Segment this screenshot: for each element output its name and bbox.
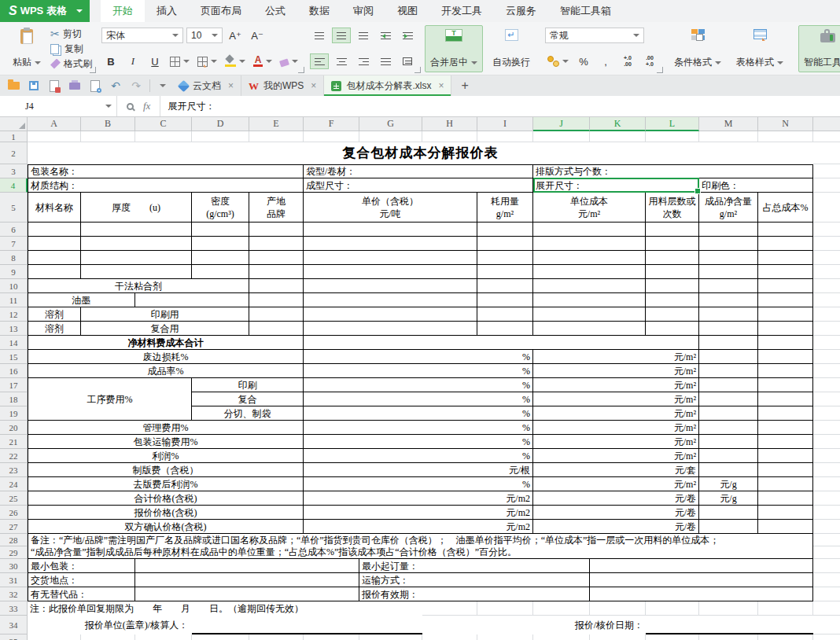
cell[interactable]: 复合包材成本分解报价表 — [28, 142, 813, 164]
cell[interactable] — [813, 477, 840, 491]
cell[interactable]: 干法粘合剂 — [28, 279, 249, 293]
cell[interactable] — [192, 634, 249, 640]
currency-button[interactable] — [545, 53, 571, 69]
cell[interactable] — [646, 322, 699, 336]
cell[interactable] — [590, 634, 646, 640]
align-center-button[interactable] — [332, 53, 351, 69]
column-header-L[interactable]: L — [646, 117, 699, 131]
cell[interactable] — [304, 322, 477, 336]
draw-border-button[interactable] — [195, 53, 219, 69]
cell[interactable]: % — [304, 477, 533, 491]
cell[interactable]: 元/m² — [533, 435, 699, 449]
decrease-font-button[interactable]: A⁻ — [248, 28, 267, 43]
align-left-button[interactable] — [310, 53, 329, 69]
row-header-34[interactable]: 34 — [0, 616, 28, 634]
cell[interactable]: 展开尺寸： — [533, 178, 699, 193]
paste-button[interactable]: 粘贴 — [7, 25, 46, 72]
cell[interactable] — [590, 587, 813, 601]
cell[interactable] — [758, 435, 813, 449]
cell[interactable] — [304, 251, 477, 265]
print-button[interactable] — [68, 79, 82, 93]
cell[interactable] — [699, 265, 758, 279]
cell[interactable] — [533, 223, 646, 237]
cell[interactable] — [28, 406, 192, 421]
cell[interactable] — [699, 520, 758, 534]
cell[interactable]: 密度 (g/cm³) — [192, 193, 249, 223]
cell[interactable] — [758, 322, 813, 336]
cell[interactable] — [813, 546, 840, 559]
cell[interactable] — [646, 279, 699, 293]
cell[interactable] — [646, 616, 813, 634]
cell[interactable] — [533, 601, 590, 616]
row-header-33[interactable]: 33 — [0, 601, 28, 616]
cell[interactable] — [813, 265, 840, 279]
cell[interactable]: 溶剂 — [28, 307, 81, 322]
cell[interactable] — [249, 131, 304, 142]
cell[interactable] — [813, 520, 840, 534]
search-icon[interactable] — [127, 103, 134, 110]
align-bottom-button[interactable] — [354, 28, 373, 43]
app-menu-button[interactable]: S WPS 表格 — [0, 0, 90, 22]
cell[interactable] — [135, 587, 359, 601]
name-box[interactable]: J4 — [0, 96, 117, 116]
cell[interactable]: 工序费用% — [28, 392, 192, 406]
fill-color-button[interactable] — [223, 53, 248, 69]
row-header-16[interactable]: 16 — [0, 364, 28, 378]
cell[interactable] — [28, 634, 81, 640]
cell[interactable] — [699, 336, 758, 350]
alignment-dialog-launcher-icon[interactable] — [414, 67, 421, 73]
cell[interactable] — [813, 251, 840, 265]
column-header-H[interactable]: H — [422, 117, 477, 131]
cell[interactable] — [304, 307, 477, 322]
row-header-1[interactable]: 1 — [0, 131, 28, 142]
column-header-D[interactable]: D — [192, 117, 249, 131]
increase-decimal-button[interactable]: +.0.00 — [618, 53, 637, 69]
cell[interactable] — [758, 378, 813, 392]
cell[interactable] — [813, 559, 840, 573]
cell[interactable] — [590, 131, 646, 142]
cell[interactable]: 产地 品牌 — [249, 193, 304, 223]
smart-toolbox-button[interactable]: 智能工具箱 — [798, 25, 840, 72]
cell[interactable] — [477, 279, 533, 293]
cell[interactable] — [813, 178, 840, 193]
cell[interactable] — [813, 406, 840, 421]
cell[interactable] — [304, 279, 477, 293]
fill-handle[interactable] — [694, 188, 701, 194]
font-size-select[interactable]: 10 — [186, 28, 223, 43]
cell[interactable]: 有无替代品： — [28, 587, 135, 601]
cell[interactable] — [699, 463, 758, 477]
cell[interactable] — [81, 131, 135, 142]
cell[interactable] — [758, 634, 813, 640]
column-header-K[interactable]: K — [590, 117, 646, 131]
cell[interactable] — [813, 131, 840, 142]
align-middle-button[interactable] — [332, 28, 351, 43]
font-name-select[interactable]: 宋体 — [101, 28, 183, 43]
cell[interactable]: 单位成本 元/m² — [533, 193, 646, 223]
cell[interactable] — [699, 293, 758, 307]
column-header-J[interactable]: J — [533, 117, 590, 131]
cell[interactable] — [249, 634, 304, 640]
format-painter-button[interactable]: 格式刷 — [50, 57, 92, 71]
cell[interactable] — [699, 601, 758, 616]
underline-button[interactable]: U — [146, 53, 164, 69]
cell[interactable] — [813, 164, 840, 178]
cell[interactable]: 材料名称 — [28, 193, 81, 223]
cell[interactable] — [304, 336, 699, 350]
cell[interactable] — [646, 131, 699, 142]
row-header-27[interactable]: 27 — [0, 520, 28, 534]
cell[interactable] — [477, 131, 533, 142]
cell[interactable] — [813, 616, 840, 634]
cell[interactable] — [477, 634, 533, 640]
cell[interactable] — [192, 237, 249, 251]
cell[interactable]: 合计价格(含税) — [28, 491, 304, 506]
cell[interactable] — [813, 223, 840, 237]
column-header-E[interactable]: E — [249, 117, 304, 131]
tab-my-wps[interactable]: W 我的WPS × — [241, 75, 324, 96]
cell[interactable] — [81, 634, 135, 640]
borders-button[interactable] — [168, 53, 192, 69]
cell[interactable]: 元/m2 — [304, 506, 533, 520]
column-header-G[interactable]: G — [359, 117, 422, 131]
cell[interactable]: 元/卷 — [533, 520, 699, 534]
cell[interactable] — [477, 223, 533, 237]
cell[interactable] — [646, 237, 699, 251]
